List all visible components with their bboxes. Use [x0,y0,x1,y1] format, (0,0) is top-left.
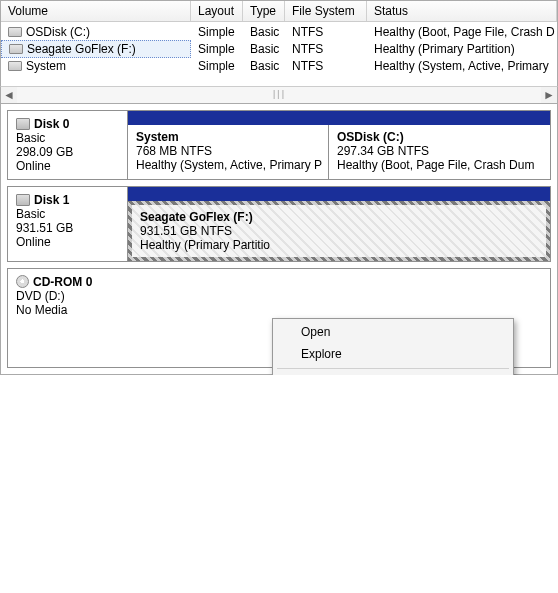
scroll-right-icon[interactable]: ► [541,87,557,103]
disk-info[interactable]: CD-ROM 0 DVD (D:) No Media [8,269,128,367]
disk-block: Disk 0 Basic 298.09 GB Online System 768… [7,110,551,180]
column-header-filesystem[interactable]: File System [285,1,367,21]
partition-status: Healthy (System, Active, Primary P [136,158,320,172]
menu-item-mark-active[interactable]: Mark Partition as Active [275,372,511,375]
volume-layout: Simple [191,41,243,57]
volume-row[interactable]: Seagate GoFlex (F:) Simple Basic NTFS He… [1,40,557,58]
disk-header-bar [128,111,550,125]
partition-size: 297.34 GB NTFS [337,144,542,158]
disk-header-bar [128,187,550,201]
disk-title: Disk 0 [34,117,69,131]
disk-icon [16,194,30,206]
disk-meta: Basic [16,207,119,221]
volume-layout: Simple [191,24,243,40]
menu-item-open[interactable]: Open [275,321,511,343]
column-header-volume[interactable]: Volume [1,1,191,21]
scroll-left-icon[interactable]: ◄ [1,87,17,103]
volume-filesystem: NTFS [285,24,367,40]
volume-list: Volume Layout Type File System Status OS… [0,0,558,86]
disk-info[interactable]: Disk 0 Basic 298.09 GB Online [8,111,128,179]
partition-status: Healthy (Boot, Page File, Crash Dum [337,158,542,172]
drive-icon [8,61,22,71]
disk-meta: 298.09 GB [16,145,119,159]
volume-status: Healthy (Boot, Page File, Crash D [367,24,557,40]
disk-title: CD-ROM 0 [33,275,92,289]
menu-separator [277,368,509,369]
disk-block: Disk 1 Basic 931.51 GB Online Seagate Go… [7,186,551,262]
volume-type: Basic [243,58,285,74]
volume-list-header: Volume Layout Type File System Status [1,1,557,22]
volume-status: Healthy (System, Active, Primary [367,58,557,74]
volume-status: Healthy (Primary Partition) [367,41,557,57]
horizontal-scrollbar[interactable]: ◄ III ► [0,86,558,104]
volume-name: Seagate GoFlex (F:) [27,42,136,56]
disk-info[interactable]: Disk 1 Basic 931.51 GB Online [8,187,128,261]
volume-rows: OSDisk (C:) Simple Basic NTFS Healthy (B… [1,22,557,86]
disk-icon [16,118,30,130]
partition-size: 768 MB NTFS [136,144,320,158]
volume-type: Basic [243,24,285,40]
volume-filesystem: NTFS [285,58,367,74]
partition-status: Healthy (Primary Partitio [140,238,538,252]
partition-size: 931.51 GB NTFS [140,224,538,238]
disk-meta: Basic [16,131,119,145]
volume-name: System [26,59,66,73]
disk-meta: Online [16,235,119,249]
disk-meta: Online [16,159,119,173]
column-header-status[interactable]: Status [367,1,557,21]
column-header-layout[interactable]: Layout [191,1,243,21]
volume-type: Basic [243,41,285,57]
volume-layout: Simple [191,58,243,74]
drive-icon [8,27,22,37]
disk-title: Disk 1 [34,193,69,207]
partition-name: System [136,130,320,144]
disk-meta: DVD (D:) [16,289,120,303]
volume-name: OSDisk (C:) [26,25,90,39]
disk-meta: 931.51 GB [16,221,119,235]
menu-item-explore[interactable]: Explore [275,343,511,365]
drive-icon [9,44,23,54]
partition[interactable]: System 768 MB NTFS Healthy (System, Acti… [128,125,328,179]
volume-row[interactable]: OSDisk (C:) Simple Basic NTFS Healthy (B… [1,24,557,40]
volume-row[interactable]: System Simple Basic NTFS Healthy (System… [1,58,557,74]
column-header-type[interactable]: Type [243,1,285,21]
partition[interactable]: OSDisk (C:) 297.34 GB NTFS Healthy (Boot… [328,125,550,179]
cdrom-icon [16,275,29,288]
partition-name: Seagate GoFlex (F:) [140,210,538,224]
disk-meta: No Media [16,303,120,317]
volume-filesystem: NTFS [285,41,367,57]
context-menu: Open Explore Mark Partition as Active Ch… [272,318,514,375]
partition-name: OSDisk (C:) [337,130,542,144]
scroll-track[interactable]: III [17,87,541,103]
partition[interactable]: Seagate GoFlex (F:) 931.51 GB NTFS Healt… [128,201,550,261]
